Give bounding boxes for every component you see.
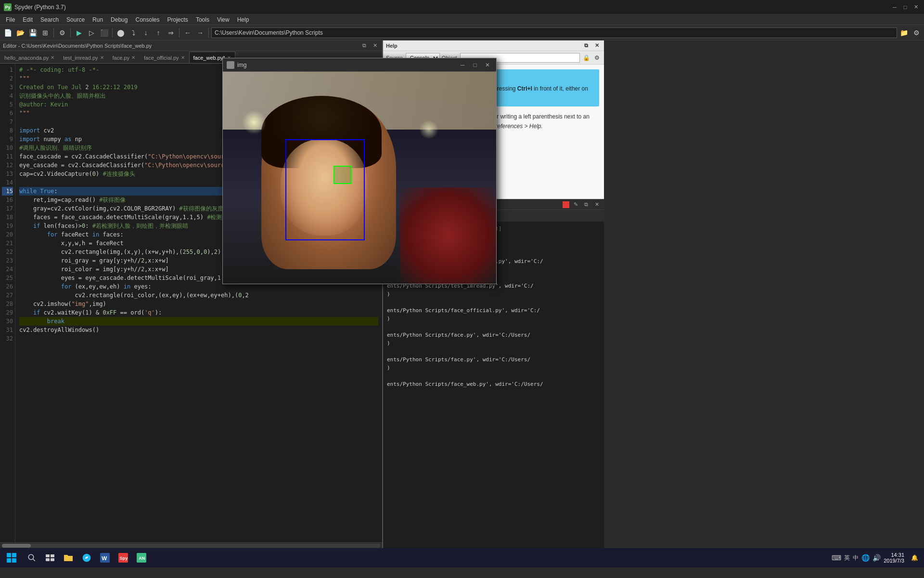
step-out-button[interactable]: ↑ [153,27,164,39]
chinese-input-icon[interactable]: 英 [844,554,850,562]
taskbar-file-explorer[interactable] [60,549,77,566]
menu-source[interactable]: Source [63,14,89,25]
menu-view[interactable]: View [213,14,233,25]
tab-hello-anaconda[interactable]: hello_anaconda.py ✕ [0,52,59,63]
menu-run[interactable]: Run [89,14,107,25]
taskbar-anaconda[interactable]: AN [133,549,150,566]
help-close-button[interactable]: ✕ [592,41,601,50]
scroll-thumb[interactable] [2,544,31,548]
taskbar: W Spy AN ⌨ 英 中 🌐 🔊 14:31 2019/7/3 🔔 [0,548,924,567]
save-all-button[interactable]: ⊞ [39,27,51,39]
toolbar: 📄 📂 💾 ⊞ ⚙ ▶ ▷ ⬛ ⬤ ⤵ ↓ ↑ ⇒ ← → C:\Users\K… [0,25,924,40]
debug-button[interactable]: ⬤ [115,27,127,39]
help-float-button[interactable]: ⧉ [582,41,590,50]
help-options-button[interactable]: ⚙ [592,53,601,62]
menu-file[interactable]: File [2,14,19,25]
path-input[interactable]: C:\Users\Kevin\Documents\Python Scripts [211,27,897,38]
taskbar-date: 2019/7/3 [884,558,904,564]
console-options-button[interactable]: ✎ [571,200,580,209]
taskbar-edge[interactable] [78,549,95,566]
svg-rect-5 [51,558,54,561]
taskbar-clock: 14:31 2019/7/3 [884,552,908,564]
toolbar-separator-5 [208,28,209,38]
run-button[interactable]: ▶ [73,27,85,39]
tab-close-test[interactable]: ✕ [100,55,104,60]
editor-close-button[interactable]: ✕ [371,41,379,50]
img-minimize-button[interactable]: ─ [458,60,467,70]
maximize-button[interactable]: □ [901,3,910,12]
toolbar-separator-2 [70,28,71,38]
editor-scrollbar[interactable] [0,542,382,548]
help-header: Help ⧉ ✕ [383,40,604,51]
run-file-button[interactable]: ▷ [86,27,97,39]
keyboard-icon[interactable]: ⌨ [832,554,841,562]
tab-face-official[interactable]: face_official.py ✕ [140,52,189,63]
menu-projects[interactable]: Projects [164,14,192,25]
menu-consoles[interactable]: Consoles [131,14,163,25]
open-file-button[interactable]: 📂 [14,27,26,39]
help-lock-button[interactable]: 🔒 [582,53,590,62]
console-line-18: ) [387,364,600,372]
forward-button[interactable]: → [194,27,206,39]
back-button[interactable]: ← [182,27,193,39]
img-window-title: img [237,62,455,68]
continue-button[interactable]: ⇒ [165,27,177,39]
notifications-icon[interactable]: 🔔 [911,554,918,561]
console-line-11: ents/Python Scripts/face_official.py', w… [387,306,600,315]
taskbar-system-tray: ⌨ 英 中 🌐 🔊 14:31 2019/7/3 🔔 [828,552,922,564]
console-float-button[interactable]: ⧉ [582,200,590,209]
console-line-9: ) [387,290,600,298]
code-line-32 [19,334,378,343]
toolbar-separator-1 [53,28,54,38]
menu-tools[interactable]: Tools [192,14,213,25]
scroll-track[interactable] [2,544,380,548]
title-bar: Py Spyder (Python 3.7) ─ □ ✕ [0,0,924,14]
code-line-29: if cv2.waitKey(1) & 0xFF == ord('q'): [19,308,378,317]
new-file-button[interactable]: 📄 [2,27,13,39]
console-line-20: ents/Python Scripts/face_web.py', wdir='… [387,380,600,388]
path-browse-button[interactable]: 📁 [898,27,910,39]
editor-header: Editor - C:\Users\Kevin\Documents\Python… [0,40,382,51]
taskbar-search[interactable] [23,549,40,566]
img-close-button[interactable]: ✕ [483,60,492,70]
save-button[interactable]: 💾 [27,27,38,39]
console-close-button[interactable]: ✕ [592,200,601,209]
start-button[interactable] [2,548,21,567]
tab-face[interactable]: face.py ✕ [108,52,140,63]
path-text: C:\Users\Kevin\Documents\Python Scripts [215,29,323,36]
img-maximize-button[interactable]: □ [470,60,480,70]
volume-icon[interactable]: 🔊 [873,554,881,562]
taskbar-task-view[interactable] [41,549,59,566]
network-icon[interactable]: 🌐 [861,554,870,562]
menu-edit[interactable]: Edit [19,14,37,25]
svg-text:AN: AN [139,556,145,561]
tab-close-face[interactable]: ✕ [131,55,135,60]
interrupt-button[interactable] [563,201,569,208]
tab-close-face-official[interactable]: ✕ [181,55,185,60]
console-line-12: ) [387,315,600,323]
menu-debug[interactable]: Debug [107,14,131,25]
tab-close-hello[interactable]: ✕ [51,55,54,60]
svg-rect-3 [51,554,54,557]
preferences-button[interactable]: ⚙ [56,27,68,39]
line-numbers: 1 2 3 4 5 6 7 8 9 10 11 12 13 14 15 16 1… [0,64,15,542]
taskbar-time: 14:31 [891,552,904,558]
step-over-button[interactable]: ⤵ [128,27,139,39]
editor-float-button[interactable]: ⧉ [360,41,369,50]
taskbar-spyder[interactable]: Spy [115,549,132,566]
ime-icon[interactable]: 中 [853,554,859,562]
stop-button[interactable]: ⬛ [98,27,110,39]
close-button[interactable]: ✕ [911,3,920,12]
help-title: Help [386,43,398,49]
img-window-content [223,72,496,284]
img-window[interactable]: img ─ □ ✕ [222,58,497,284]
console-line-14: ents/Python Scripts/face.py', wdir='C:/U… [387,331,600,339]
menu-search[interactable]: Search [37,14,63,25]
minimize-button[interactable]: ─ [890,3,899,12]
app-icon: Py [4,3,12,11]
tab-test-imread[interactable]: test_imread.py ✕ [59,52,108,63]
path-settings-button[interactable]: ⚙ [911,27,922,39]
step-into-button[interactable]: ↓ [140,27,152,39]
menu-help[interactable]: Help [233,14,253,25]
taskbar-word[interactable]: W [96,549,114,566]
